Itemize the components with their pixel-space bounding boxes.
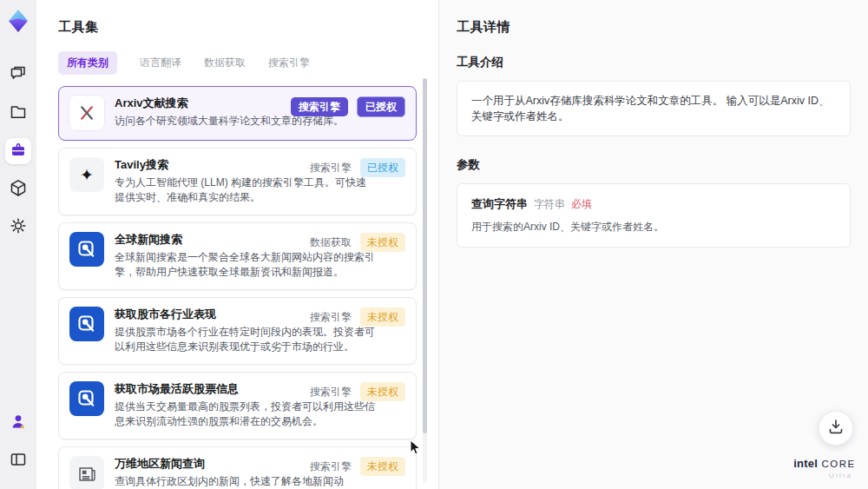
tab-all[interactable]: 所有类别: [58, 51, 117, 75]
newspaper-icon: [74, 460, 100, 486]
sidebar-item-models[interactable]: [5, 176, 31, 202]
tool-card[interactable]: ✦ Tavily搜索 专为人工智能代理 (LLM) 构建的搜索引擎工具。可快速提…: [58, 148, 417, 215]
tab-data[interactable]: 数据获取: [204, 56, 246, 70]
tool-icon: [69, 232, 104, 267]
tool-icon: [69, 456, 104, 489]
tool-card[interactable]: Arxiv文献搜索 访问各个研究领域大量科学论文和文章的存储库。 搜索引擎 已授…: [58, 86, 417, 141]
tool-card[interactable]: 全球新闻搜索 全球新闻搜索是一个聚合全球各大新闻网站内容的搜索引擎，帮助用户快速…: [58, 222, 417, 290]
tool-tags: 搜索引擎 未授权: [310, 307, 405, 327]
search-logo-icon: [71, 308, 102, 340]
parameter-description: 用于搜索的Arxiv ID、关键字或作者姓名。: [471, 220, 836, 235]
list-scrollbar[interactable]: [423, 78, 427, 482]
tool-tags: 数据获取 未授权: [310, 233, 405, 252]
tool-card[interactable]: 万维地区新闻查询 查询具体行政区划内的新闻，快速了解各地新闻动 搜索引擎 未授权: [58, 446, 417, 489]
sidebar-item-toolbox[interactable]: [5, 138, 31, 164]
cube-icon: [9, 178, 28, 201]
tab-translate[interactable]: 语言翻译: [140, 56, 181, 70]
sidebar-item-chat[interactable]: [5, 62, 31, 88]
tool-auth-badge: 已授权: [360, 158, 405, 177]
tool-tags: 搜索引擎 未授权: [310, 382, 405, 401]
download-button[interactable]: [819, 411, 853, 446]
folder-icon: [9, 102, 28, 124]
gear-icon: [9, 216, 28, 239]
search-logo-icon: [71, 234, 102, 265]
sidebar-item-files[interactable]: [5, 100, 31, 126]
tool-description: 提供股票市场各个行业在特定时间段内的表现。投资者可以利用这些信息来识别表现优于或…: [115, 325, 375, 354]
tool-icon: [69, 381, 104, 416]
parameter-type: 字符串: [534, 197, 565, 212]
tool-category-tag: 搜索引擎: [310, 461, 352, 472]
tool-description: 专为人工智能代理 (LLM) 构建的搜索引擎工具。可快速提供实时、准确和真实的结…: [115, 175, 375, 205]
parameter-name: 查询字符串: [471, 196, 528, 212]
briefcase-icon: [8, 139, 29, 163]
tool-list-pane: 工具集 所有类别语言翻译数据获取搜索引擎 Arxiv文献搜索 访问各个研究领域大…: [36, 0, 438, 489]
panel-toggle-icon: [9, 450, 28, 472]
tool-tags: 搜索引擎 未授权: [310, 457, 405, 476]
scrollbar-thumb[interactable]: [423, 78, 427, 433]
tool-tags: 搜索引擎 已授权: [310, 158, 405, 177]
ultra-variant-text: Ultra: [793, 470, 856, 481]
tool-auth-badge: 未授权: [360, 457, 405, 476]
sidebar-item-settings[interactable]: [5, 215, 31, 241]
tool-icon: ✦: [69, 157, 104, 192]
tool-detail-pane: 工具详情 工具介绍 一个用于从Arxiv存储库搜索科学论文和文章的工具。 输入可…: [438, 0, 868, 489]
user-icon: [9, 412, 28, 434]
tool-auth-badge: 未授权: [360, 307, 405, 327]
app-logo-icon: [4, 7, 32, 35]
sidebar-item-account[interactable]: [5, 410, 31, 436]
app-window: 工具集 所有类别语言翻译数据获取搜索引擎 Arxiv文献搜索 访问各个研究领域大…: [0, 0, 868, 489]
tool-auth-badge: 已授权: [357, 96, 405, 117]
category-tabs: 所有类别语言翻译数据获取搜索引擎: [58, 51, 438, 75]
core-brand-text: CORE: [821, 459, 855, 469]
intel-core-logo: intel CORE Ultra: [793, 457, 856, 481]
tool-card[interactable]: 获取市场最活跃股票信息 提供当天交易量最高的股票列表，投资者可以利用这些信息来识…: [58, 372, 417, 439]
download-icon: [826, 417, 845, 439]
tool-category-tag: 搜索引擎: [310, 312, 352, 322]
tool-intro-text: 一个用于从Arxiv存储库搜索科学论文和文章的工具。 输入可以是Arxiv ID…: [457, 81, 851, 136]
tool-description: 查询具体行政区划内的新闻，快速了解各地新闻动: [115, 474, 375, 489]
intro-section-title: 工具介绍: [457, 55, 851, 70]
tool-description: 提供当天交易量最高的股票列表，投资者可以利用这些信息来识别流动性强的股票和潜在的…: [115, 400, 375, 429]
page-title: 工具集: [58, 19, 438, 36]
sidebar-item-panel-toggle[interactable]: [5, 448, 31, 474]
params-section-title: 参数: [457, 157, 851, 173]
tool-tags: 搜索引擎 已授权: [291, 96, 405, 117]
tool-description: 全球新闻搜索是一个聚合全球各大新闻网站内容的搜索引擎，帮助用户快速获取全球最新资…: [115, 250, 375, 280]
tool-auth-badge: 未授权: [360, 382, 405, 401]
arxiv-logo-icon: [74, 100, 100, 126]
tavily-star-icon: ✦: [80, 167, 94, 183]
tool-icon: [69, 96, 104, 130]
tab-search[interactable]: 搜索引擎: [268, 56, 310, 70]
tool-icon: [69, 307, 104, 341]
tool-category-tag: 搜索引擎: [310, 162, 352, 173]
chat-icon: [9, 63, 28, 86]
parameter-required-badge: 必填: [571, 197, 592, 212]
tool-auth-badge: 未授权: [360, 233, 405, 252]
sidebar-rail: [0, 0, 36, 489]
search-logo-icon: [71, 383, 102, 414]
tool-list: Arxiv文献搜索 访问各个研究领域大量科学论文和文章的存储库。 搜索引擎 已授…: [58, 86, 417, 489]
tool-category-tag: 数据获取: [310, 237, 352, 248]
tool-category-tag: 搜索引擎: [291, 97, 348, 116]
detail-title: 工具详情: [457, 19, 851, 36]
intel-brand-text: intel: [793, 457, 818, 470]
parameter-card: 查询字符串 字符串 必填 用于搜索的Arxiv ID、关键字或作者姓名。: [457, 183, 851, 248]
tool-card[interactable]: 获取股市各行业表现 提供股票市场各个行业在特定时间段内的表现。投资者可以利用这些…: [58, 297, 417, 365]
tool-category-tag: 搜索引擎: [310, 387, 352, 397]
